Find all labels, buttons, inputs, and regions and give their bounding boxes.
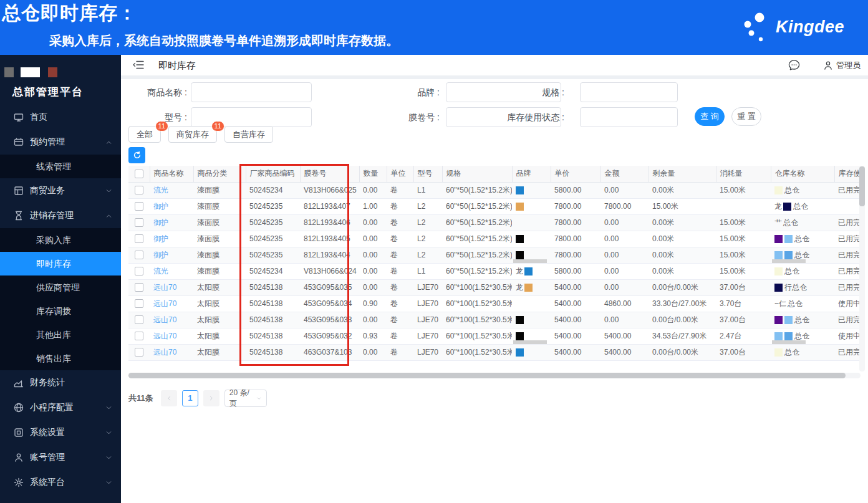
cell-factory-code: 50245235 [246,231,300,247]
cell-category: 漆面膜 [193,263,246,279]
row-checkbox[interactable] [135,202,143,211]
next-page-button[interactable] [203,390,219,406]
cell-amount: 0.00 [600,279,649,295]
horizontal-scrollbar [128,373,861,378]
row-checkbox[interactable] [135,315,143,324]
sidebar-subitem-realtime-stock[interactable]: 即时库存 [0,252,121,275]
product-name-link[interactable]: 流光 [153,186,168,194]
stock-status-input[interactable] [580,107,678,127]
cell-amount: 5400.00 [600,344,649,360]
cell-qty: 0.90 [359,295,387,312]
spec-input[interactable] [580,82,678,102]
sidebar-subitem-purchase-in[interactable]: 采购入库 [0,228,121,252]
row-checkbox[interactable] [135,186,143,194]
sidebar-item-booking[interactable]: 预约管理 [0,130,121,155]
product-name-link[interactable]: 御护 [153,251,168,259]
tab-self-stock[interactable]: 自营库存 [224,126,273,143]
redaction-block [516,203,524,211]
message-icon[interactable] [788,59,801,72]
sidebar-subitem-sales-out[interactable]: 销售出库 [0,347,121,370]
product-name-link[interactable]: 远山70 [153,283,176,292]
product-name-link[interactable]: 远山70 [153,348,176,357]
sidebar-subitem-stock-transfer[interactable]: 库存调拨 [0,299,121,323]
sidebar-item-account[interactable]: 账号管理 [0,445,121,470]
product-name-link[interactable]: 御护 [153,202,168,211]
tab-trade-stock[interactable]: 商贸库存 11 [168,126,217,143]
cell-category: 太阳膜 [193,344,246,360]
row-checkbox[interactable] [135,348,143,357]
model-input[interactable] [191,107,312,127]
sidebar-item-trade[interactable]: 商贸业务 [0,178,121,203]
sidebar-item-home[interactable]: 首页 [0,105,121,130]
sidebar-item-inventory[interactable]: 进销存管理 [0,203,121,228]
sidebar-item-settings[interactable]: 系统设置 [0,420,121,445]
cell-consumed: 37.00台 [716,279,771,295]
product-name-link[interactable]: 御护 [153,234,168,243]
cell-factory-code: 50245235 [246,247,300,263]
cell-unit-price: 5400.00 [551,328,600,344]
cell-product-name: 御护 [150,214,193,231]
product-name-link[interactable]: 远山70 [153,332,176,340]
chevron-down-icon [256,396,262,401]
stock-status-label: 库存使用状态 : [461,107,564,127]
cell-status: 使用中 [834,328,861,344]
row-checkbox[interactable] [135,234,143,243]
kingdee-wordmark: Kingdee [776,17,844,37]
page-size-select[interactable]: 20 条/页 [224,390,267,407]
row-checkbox[interactable] [135,218,143,227]
sidebar-item-platform[interactable]: 系统平台 [0,470,121,495]
cell-product-name: 御护 [150,231,193,247]
page-number[interactable]: 1 [182,390,198,406]
horizontal-scrollbar-thumb[interactable] [128,373,846,378]
cell-status [834,198,861,214]
column-header: 剩余量 [649,166,716,182]
redaction-block [774,348,783,357]
product-name-link[interactable]: 流光 [153,267,168,275]
redaction-block [774,284,783,292]
row-checkbox[interactable] [135,332,143,340]
row-checkbox[interactable] [135,283,143,292]
sidebar-item-label: 财务统计 [30,377,65,388]
sidebar-subitem-supplier[interactable]: 供应商管理 [0,275,121,299]
cell-category: 太阳膜 [193,328,246,344]
cell-amount: 4860.00 [600,295,649,312]
sidebar-subitem-leads[interactable]: 线索管理 [0,155,121,178]
model-label: 型号 : [121,107,187,127]
sidebar-menu: 首页预约管理线索管理商贸业务进销存管理采购入库即时库存供应商管理库存调拨其他出库… [0,105,121,495]
table-row: 远山70太阳膜50245138453G095&0330.00卷LJE7060"*… [128,312,861,328]
user-menu[interactable]: 管理员 [823,55,861,75]
product-name-input[interactable] [191,82,312,102]
select-all-checkbox[interactable] [135,170,143,178]
product-name-link[interactable]: 远山70 [153,315,176,324]
cell-roll-no: 453G095&034 [300,295,359,312]
prev-page-button[interactable] [161,390,177,406]
cell-remaining: 34.53台/27.90米 [649,328,716,344]
cell-brand: 龙 [512,279,551,295]
row-checkbox[interactable] [135,267,143,275]
collapse-menu-icon[interactable] [132,60,145,70]
sidebar-item-finance[interactable]: 财务统计 [0,370,121,395]
cell-qty: 0.00 [359,279,387,295]
row-checkbox[interactable] [135,251,143,259]
cell-spec: 60"*100(1.52*30.5米) [442,344,512,360]
brand-prefix-text: 龙 [516,283,523,292]
vertical-scrollbar-thumb[interactable] [859,166,865,206]
product-name-link[interactable]: 御护 [153,218,168,227]
tab-all[interactable]: 全部 11 [128,126,161,143]
product-name-link[interactable]: 远山70 [153,299,176,308]
cell-category: 漆面膜 [193,182,246,198]
redaction-block [784,316,793,324]
reset-button[interactable]: 重 置 [731,107,761,126]
warehouse-prefix-text: ~仁 [774,299,786,308]
submenu-booking: 线索管理 [0,155,121,178]
row-checkbox[interactable] [135,299,143,308]
sidebar-subitem-other-out[interactable]: 其他出库 [0,323,121,347]
cell-spec: 60"*50(1.52*15.2米) [442,263,512,279]
sidebar-item-miniapp[interactable]: 小程序配置 [0,395,121,420]
sidebar-item-label: 商贸业务 [30,185,65,196]
query-button[interactable]: 查 询 [695,107,725,126]
column-header: 商品名称 [150,166,193,182]
cell-unit-price: 5400.00 [551,312,600,328]
cell-amount: 5400.00 [600,328,649,344]
refresh-button[interactable] [128,147,145,163]
